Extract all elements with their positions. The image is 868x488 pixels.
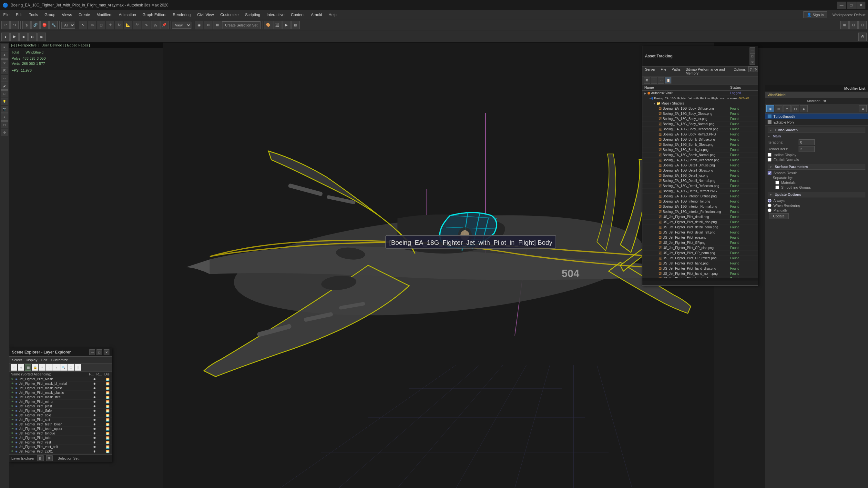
scene-explorer-item[interactable]: 👁 ◉ Jet_Fighter_Pilot_mask_plastic ✱ 🌅 — [9, 391, 112, 395]
se-icon-filter[interactable]: ▼ — [53, 364, 60, 370]
at-menu-bitmap[interactable]: Bitmap Performance and Memory — [683, 66, 731, 76]
tb-extra-2[interactable]: ⊡ — [849, 21, 858, 29]
curve-btn[interactable]: ∿ — [142, 21, 150, 29]
snap-toggle[interactable]: 📌 — [160, 21, 168, 29]
scene-explorer-item[interactable]: 👁 ◉ Jet_Fighter_Pilot_Safe ✱ 🌅 — [9, 409, 112, 413]
align-btn[interactable]: ⊞ — [213, 21, 221, 29]
tb-extra-3[interactable]: ⊟ — [858, 21, 867, 29]
asset-file-row[interactable]: 🖼 Boeing_EA_18G_Deteil_Gloss.png Found — [642, 168, 758, 173]
scene-explorer-item[interactable]: 👁 ◉ Jet_Fighter_Pilot_mask_brass ✱ 🌅 — [9, 386, 112, 391]
scene-explorer-item[interactable]: 👁 ◉ Jet_Fighter_Pilot_vest ✱ 🌅 — [9, 440, 112, 445]
smooth-result-checkbox[interactable] — [768, 171, 772, 175]
asset-file-row[interactable]: 🖼 US_Jet_Fighter_Pilot_GP_norm.png Found — [642, 251, 758, 256]
asset-file-row[interactable]: 🖼 Boeing_EA_18G_Interior_Diffuse.png Fou… — [642, 194, 758, 199]
lt-select[interactable]: ↖ — [1, 44, 8, 51]
rotate-button[interactable]: ↻ — [115, 21, 123, 29]
at-minimize-btn[interactable]: — — [749, 47, 755, 53]
scene-explorer-item[interactable]: 👁 ◉ Jet_Fighter_Pilot_teeth_lower ✱ 🌅 — [9, 422, 112, 427]
scene-explorer-item[interactable]: 👁 ◉ Jet_Fighter_Pilot_sole ✱ 🌅 — [9, 413, 112, 418]
menu-help[interactable]: Help — [326, 10, 340, 19]
scene-explorer-item[interactable]: 👁 ◉ Jet_Fighter_Pilot_plast ✱ 🌅 — [9, 404, 112, 409]
render-btn[interactable]: ▶ — [282, 21, 290, 29]
lt-lights[interactable]: 💡 — [1, 98, 8, 105]
scene-explorer-item[interactable]: 👁 ◉ Jet_Fighter_Pilot_tongue ✱ 🌅 — [9, 431, 112, 436]
lt-paint[interactable]: 🖌 — [1, 83, 8, 90]
menu-civil-view[interactable]: Civil View — [194, 10, 217, 19]
bind-button[interactable]: 🔧 — [50, 21, 58, 29]
select-region-button[interactable]: ▭ — [88, 21, 96, 29]
menu-customize[interactable]: Customize — [217, 10, 242, 19]
asset-file-row[interactable]: 🖼 US_Jet_Fighter_Pilot_hand_reflect.png … — [642, 276, 758, 278]
menu-group[interactable]: Group — [41, 10, 58, 19]
asset-file-row[interactable]: 🖼 Boeing_EA_18G_Body_Reflection.png Foun… — [642, 127, 758, 132]
menu-modifiers[interactable]: Modifiers — [93, 10, 116, 19]
iterations-input[interactable] — [799, 139, 815, 145]
at-menu-file[interactable]: File — [658, 66, 669, 76]
play-btn[interactable]: ▶ — [10, 33, 19, 41]
scene-explorer-item[interactable]: 👁 ◉ Jet_Fighter_Pilot_zip01 ✱ 🌅 — [9, 449, 112, 454]
minimize-button[interactable]: — — [837, 2, 846, 9]
scene-explorer-item[interactable]: 👁 ◉ Jet_Fighter_Pilot_tube ✱ 🌅 — [9, 436, 112, 440]
select-obj-button[interactable]: 🖱 — [22, 21, 31, 29]
se-icon-lock[interactable]: 🔒 — [32, 364, 38, 370]
se-icon-sort[interactable]: ⇅ — [46, 364, 53, 370]
surface-params-section[interactable]: Surface Parameters — [768, 164, 865, 170]
asset-file-row[interactable]: 🖼 Boeing_EA_18G_Interior_Normal.png Foun… — [642, 204, 758, 209]
se-restore-btn[interactable]: □ — [96, 349, 102, 355]
asset-file-row[interactable]: 🖼 US_Jet_Fighter_Pilot_hand_norm.png Fou… — [642, 271, 758, 276]
asset-file-row[interactable]: 🖼 Boeing_EA_18G_Body_Diffuse.png Found — [642, 106, 758, 111]
unlink-button[interactable]: ⛔ — [40, 21, 49, 29]
lt-scale[interactable]: ⇱ — [1, 67, 8, 74]
at-tb-3[interactable]: ▭ — [658, 77, 664, 84]
asset-file-row[interactable]: 🖼 US_Jet_Fighter_Pilot_detail_disp.png F… — [642, 220, 758, 225]
lt-poly[interactable]: ▭ — [1, 75, 8, 82]
se-menu-edit[interactable]: Edit — [40, 357, 49, 362]
lt-shapes[interactable]: □ — [1, 90, 8, 97]
scene-explorer-item[interactable]: 👁 ◉ Jet_Fighter_Pilot_mirror ✱ 🌅 — [9, 400, 112, 404]
menu-scripting[interactable]: Scripting — [242, 10, 264, 19]
menu-graph-editors[interactable]: Graph Editors — [139, 10, 169, 19]
at-menu-options[interactable]: Options — [731, 66, 748, 76]
scene-explorer-item[interactable]: 👁 ◉ Jet_Fighter_Pilot_mask_steel ✱ 🌅 — [9, 395, 112, 400]
asset-file-row[interactable]: 🖼 Boeing_EA_18G_Deteil_Reflection.png Fo… — [642, 184, 758, 189]
tb-extra-1[interactable]: ⊞ — [840, 21, 849, 29]
at-tb-1[interactable]: ⊞ — [644, 77, 650, 84]
asset-file-row[interactable]: 🖼 Boeing_EA_18G_Body_Gloss.png Found — [642, 111, 758, 117]
mirror-btn[interactable]: ⇔ — [204, 21, 212, 29]
mod-icon-3[interactable]: ✂ — [783, 105, 791, 112]
asset-file-row[interactable]: 🖼 US_Jet_Fighter_Pilot_hand.png Found — [642, 261, 758, 266]
select-region-2-button[interactable]: ◻ — [97, 21, 105, 29]
view-dropdown[interactable]: View — [172, 22, 191, 29]
lt-move[interactable]: ✛ — [1, 52, 8, 59]
turbosmooth-section[interactable]: TurboSmooth — [768, 127, 865, 133]
menu-file[interactable]: File — [0, 10, 12, 19]
scene-explorer-item[interactable]: 👁 ◉ Jet_Fighter_Pilot_Mask ✱ 🌅 — [9, 377, 112, 382]
at-help-btn[interactable]: ? — [748, 66, 753, 72]
mod-icon-2[interactable]: ⊞ — [775, 105, 782, 112]
material-editor-btn[interactable]: 🎨 — [264, 21, 273, 29]
scene-explorer-item[interactable]: 👁 ◉ Jet_Fighter_Pilot_vest_belt ✱ 🌅 — [9, 445, 112, 449]
asset-file-row[interactable]: 🖼 Boeing_EA_18G_Deteil_Refract.PNG Found — [642, 189, 758, 194]
render-setup-btn[interactable]: 🖼 — [273, 21, 281, 29]
at-refresh-btn[interactable]: ↻ — [753, 66, 758, 72]
lt-systems[interactable]: ⚙ — [1, 129, 8, 136]
se-icon-check[interactable]: ☑ — [67, 364, 74, 370]
manually-radio[interactable] — [768, 208, 772, 212]
asset-file-row[interactable]: 🖼 Boeing_EA_18G_Bomb_Gloss.png Found — [642, 142, 758, 148]
at-main-file-row[interactable]: Boeing_EA_18G_Fighter_Jet_with_Pilot_in_… — [642, 96, 758, 101]
render-iters-input[interactable] — [799, 146, 815, 152]
at-tb-2[interactable]: ☰ — [651, 77, 657, 84]
redo-button[interactable]: ↪ — [10, 21, 19, 29]
mod-icon-4[interactable]: ⊡ — [792, 105, 799, 112]
close-button[interactable]: ✕ — [857, 2, 865, 9]
prev-frame-btn[interactable]: ⏮ — [37, 33, 46, 41]
scene-explorer-item[interactable]: 👁 ◉ Jet_Fighter_Pilot_mask_bl_metal ✱ 🌅 — [9, 382, 112, 386]
update-options-section[interactable]: Update Options — [768, 192, 865, 197]
render-frame-btn[interactable]: 🖥 — [291, 21, 300, 29]
select-button[interactable]: ↖ — [79, 21, 87, 29]
menu-views[interactable]: Views — [58, 10, 75, 19]
update-button[interactable]: Update — [769, 213, 788, 219]
modifier-editable-poly[interactable]: Editable Poly — [765, 119, 868, 125]
se-menu-customize[interactable]: Customize — [50, 357, 69, 362]
asset-file-row[interactable]: 🖼 Boeing_EA_18G_Body_Normal.png Found — [642, 122, 758, 127]
